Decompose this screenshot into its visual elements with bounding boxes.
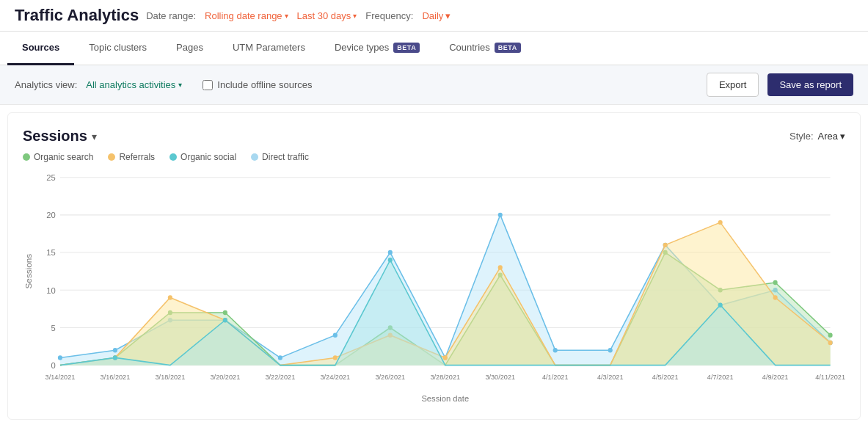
svg-point-34 xyxy=(278,355,282,360)
chart-style-wrap: Style: Area ▾ xyxy=(789,131,845,142)
svg-point-66 xyxy=(828,341,833,345)
device-types-badge: BETA xyxy=(393,43,420,53)
svg-point-40 xyxy=(608,348,613,352)
svg-point-54 xyxy=(828,333,833,338)
last-days-arrow-icon: ▾ xyxy=(353,12,357,20)
svg-text:3/14/2021: 3/14/2021 xyxy=(45,374,76,381)
svg-point-48 xyxy=(223,310,227,315)
legend: Organic search Referrals Organic social … xyxy=(23,152,845,162)
date-range-arrow-icon: ▾ xyxy=(285,12,288,20)
svg-text:3/30/2021: 3/30/2021 xyxy=(485,374,515,381)
svg-point-68 xyxy=(113,355,117,360)
chart-container: Sessions ▾ Style: Area ▾ Organic search … xyxy=(7,112,861,420)
tab-countries[interactable]: Countries BETA xyxy=(434,32,535,65)
chart-style-btn[interactable]: Area ▾ xyxy=(818,131,845,142)
legend-dot-direct-traffic xyxy=(251,153,258,161)
legend-dot-organic-social xyxy=(169,153,177,161)
header-controls: Date range: Rolling date range ▾ Last 30… xyxy=(146,10,451,21)
svg-text:4/9/2021: 4/9/2021 xyxy=(762,374,789,381)
svg-text:Session date: Session date xyxy=(421,394,469,403)
svg-point-63 xyxy=(663,243,668,247)
svg-point-57 xyxy=(168,295,172,299)
svg-point-62 xyxy=(498,265,503,269)
header: Traffic Analytics Date range: Rolling da… xyxy=(0,0,868,32)
svg-text:3/28/2021: 3/28/2021 xyxy=(430,374,460,381)
offline-sources-checkbox-wrap: Include offline sources xyxy=(203,79,312,90)
tab-utm-parameters[interactable]: UTM Parameters xyxy=(218,32,320,65)
svg-point-30 xyxy=(58,355,62,360)
offline-sources-label: Include offline sources xyxy=(217,79,312,90)
svg-point-39 xyxy=(553,348,558,352)
svg-point-59 xyxy=(333,355,338,360)
svg-text:3/22/2021: 3/22/2021 xyxy=(265,374,295,381)
svg-text:0: 0 xyxy=(51,361,56,370)
tab-topic-clusters[interactable]: Topic clusters xyxy=(74,32,161,65)
chart-title: Sessions xyxy=(23,128,87,145)
svg-point-70 xyxy=(388,258,393,262)
legend-dot-referrals xyxy=(108,153,115,161)
svg-text:4/3/2021: 4/3/2021 xyxy=(597,374,624,381)
tabs-bar: Sources Topic clusters Pages UTM Paramet… xyxy=(0,32,868,65)
svg-text:3/16/2021: 3/16/2021 xyxy=(101,374,131,381)
svg-text:3/26/2021: 3/26/2021 xyxy=(375,374,405,381)
svg-text:5: 5 xyxy=(51,324,56,332)
svg-text:4/5/2021: 4/5/2021 xyxy=(652,374,679,381)
frequency-label: Frequency: xyxy=(365,10,413,21)
chart-area: 05101520253/14/20213/16/20213/18/20213/2… xyxy=(23,170,845,404)
svg-point-53 xyxy=(773,280,778,285)
svg-text:3/20/2021: 3/20/2021 xyxy=(211,374,241,381)
date-range-btn[interactable]: Rolling date range ▾ xyxy=(205,10,288,21)
chart-style-arrow-icon: ▾ xyxy=(840,131,845,142)
frequency-btn[interactable]: Daily ▾ xyxy=(422,10,451,21)
date-range-label: Date range: xyxy=(146,10,196,21)
tab-sources[interactable]: Sources xyxy=(7,32,74,65)
analytics-arrow-icon: ▾ xyxy=(178,81,182,89)
svg-text:10: 10 xyxy=(46,285,55,294)
svg-point-36 xyxy=(388,250,393,255)
svg-point-64 xyxy=(718,220,723,225)
svg-text:4/7/2021: 4/7/2021 xyxy=(707,374,734,381)
svg-point-71 xyxy=(718,303,723,307)
export-button[interactable]: Export xyxy=(707,73,759,97)
chart-svg: 05101520253/14/20213/16/20213/18/20213/2… xyxy=(23,170,845,404)
analytics-view-label: Analytics view: xyxy=(15,79,77,90)
svg-text:3/18/2021: 3/18/2021 xyxy=(156,374,186,381)
save-as-report-button[interactable]: Save as report xyxy=(767,73,853,96)
legend-item-referrals: Referrals xyxy=(108,152,155,162)
svg-point-69 xyxy=(223,318,227,322)
analytics-view-btn[interactable]: All analytics activities ▾ xyxy=(86,79,182,90)
svg-point-61 xyxy=(443,355,448,360)
page-title: Traffic Analytics xyxy=(15,6,139,25)
svg-text:3/24/2021: 3/24/2021 xyxy=(320,374,350,381)
svg-text:25: 25 xyxy=(46,173,55,182)
svg-point-38 xyxy=(498,213,503,217)
svg-text:4/1/2021: 4/1/2021 xyxy=(542,374,569,381)
legend-item-organic-social: Organic social xyxy=(169,152,236,162)
svg-point-65 xyxy=(773,295,778,299)
offline-sources-checkbox[interactable] xyxy=(203,80,213,90)
svg-point-31 xyxy=(113,348,117,352)
svg-text:15: 15 xyxy=(46,248,55,257)
chart-title-dropdown-btn[interactable]: ▾ xyxy=(92,131,97,142)
legend-item-direct-traffic: Direct traffic xyxy=(251,152,309,162)
legend-dot-organic-search xyxy=(23,153,30,161)
svg-text:20: 20 xyxy=(46,211,55,219)
frequency-arrow-icon: ▾ xyxy=(445,10,451,21)
svg-text:Sessions: Sessions xyxy=(24,254,33,289)
chart-title-arrow-icon: ▾ xyxy=(92,131,97,142)
svg-text:4/11/2021: 4/11/2021 xyxy=(815,374,845,381)
svg-point-35 xyxy=(333,333,338,338)
toolbar: Analytics view: All analytics activities… xyxy=(0,65,868,105)
chart-header: Sessions ▾ Style: Area ▾ xyxy=(23,128,845,145)
legend-item-organic-search: Organic search xyxy=(23,152,93,162)
tab-device-types[interactable]: Device types BETA xyxy=(320,32,434,65)
countries-badge: BETA xyxy=(495,43,521,53)
tab-pages[interactable]: Pages xyxy=(161,32,218,65)
last-days-btn[interactable]: Last 30 days ▾ xyxy=(297,10,357,21)
chart-title-wrap: Sessions ▾ xyxy=(23,128,97,145)
